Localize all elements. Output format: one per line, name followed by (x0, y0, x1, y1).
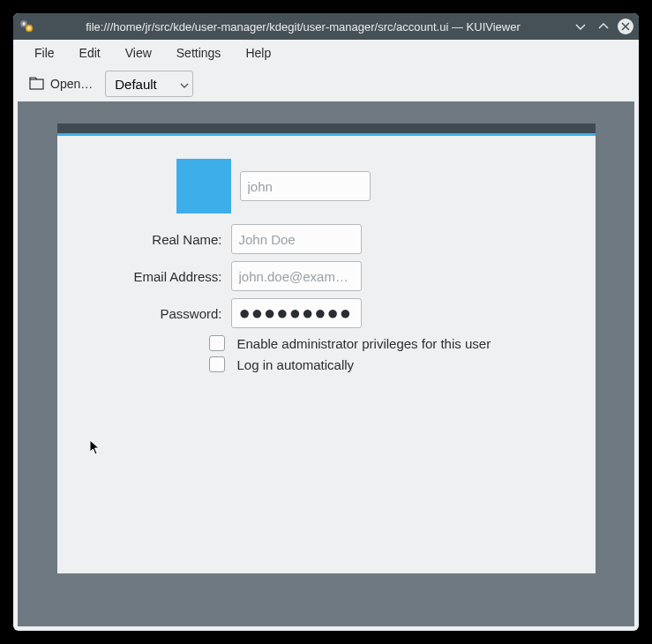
minimize-button[interactable] (572, 18, 589, 35)
window-title: file:///home/jr/src/kde/user-manager/kde… (40, 20, 566, 34)
menu-view[interactable]: View (113, 42, 164, 64)
app-icon (19, 19, 34, 34)
menu-edit[interactable]: Edit (67, 42, 113, 64)
admin-checkbox[interactable] (209, 335, 225, 351)
row-password: Password: ●●●●●●●●● (84, 298, 569, 328)
content-area: Real Name: Email Address: Password: ●●●●… (18, 101, 634, 626)
open-label: Open… (50, 77, 93, 91)
svg-point-3 (28, 27, 31, 30)
svg-rect-4 (30, 79, 43, 89)
username-input[interactable] (240, 171, 371, 201)
row-username (84, 159, 569, 213)
password-input[interactable]: ●●●●●●●●● (231, 298, 362, 328)
toolbar: Open… Default (13, 66, 639, 101)
panel-header-accent (57, 124, 596, 136)
admin-checkbox-label: Enable administrator privileges for this… (237, 336, 491, 351)
avatar-placeholder[interactable] (176, 159, 231, 213)
window-frame: file:///home/jr/src/kde/user-manager/kde… (13, 13, 639, 631)
chevron-down-icon (180, 77, 189, 92)
row-autologin: Log in automatically (209, 356, 569, 372)
preview-panel: Real Name: Email Address: Password: ●●●●… (57, 124, 596, 573)
password-label: Password: (84, 306, 231, 321)
style-combobox[interactable]: Default (105, 71, 193, 97)
style-selected-label: Default (115, 77, 157, 92)
realname-input[interactable] (231, 224, 362, 254)
email-label: Email Address: (84, 269, 231, 284)
open-button[interactable]: Open… (22, 73, 100, 94)
menu-help[interactable]: Help (233, 42, 283, 64)
maximize-button[interactable] (595, 18, 612, 35)
folder-open-icon (29, 77, 45, 91)
email-input[interactable] (231, 261, 362, 291)
menu-file[interactable]: File (22, 42, 67, 64)
titlebar: file:///home/jr/src/kde/user-manager/kde… (13, 13, 639, 40)
autologin-checkbox[interactable] (209, 356, 225, 372)
row-admin: Enable administrator privileges for this… (209, 335, 569, 351)
row-realname: Real Name: (84, 224, 569, 254)
realname-label: Real Name: (84, 232, 231, 247)
autologin-checkbox-label: Log in automatically (237, 357, 355, 372)
menu-settings[interactable]: Settings (164, 42, 234, 64)
row-email: Email Address: (84, 261, 569, 291)
close-button[interactable] (618, 19, 633, 34)
svg-point-2 (23, 23, 26, 26)
account-form: Real Name: Email Address: Password: ●●●●… (57, 136, 596, 372)
menubar: File Edit View Settings Help (13, 40, 639, 66)
